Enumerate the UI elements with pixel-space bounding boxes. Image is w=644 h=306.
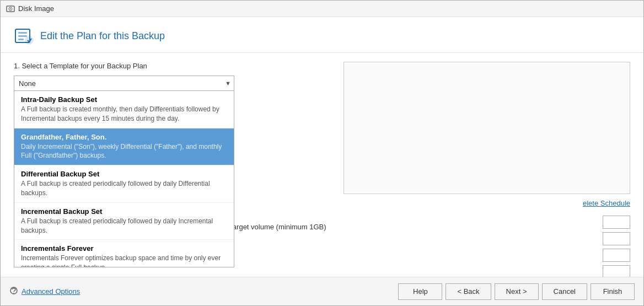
content-area: 1. Select a Template for your Backup Pla…: [1, 53, 643, 277]
svg-rect-4: [18, 32, 27, 34]
svg-rect-5: [18, 35, 27, 37]
page-title: Edit the Plan for this Backup: [40, 30, 165, 42]
dropdown-item-differential-title: Differential Backup Set: [21, 170, 227, 178]
schedule-dropdown-2[interactable]: [603, 232, 630, 245]
help-button[interactable]: Help: [398, 283, 442, 300]
dropdown-item-incrementals-forever[interactable]: Incrementals Forever Incrementals Foreve…: [14, 240, 234, 267]
advanced-options-link[interactable]: Advanced Options: [22, 287, 80, 296]
footer: Advanced Options Help < Back Next > Canc…: [1, 277, 643, 305]
disk-image-icon: [6, 4, 15, 13]
back-button[interactable]: < Back: [446, 283, 491, 300]
dropdown-item-intra-daily-title: Intra-Daily Backup Set: [21, 95, 227, 104]
main-window: Disk Image Edit the Plan for this Backup…: [0, 0, 644, 306]
cancel-button[interactable]: Cancel: [542, 283, 587, 300]
dropdown-item-grandfather[interactable]: Grandfather, Father, Son. Daily Incremen…: [14, 128, 234, 166]
dropdown-item-grandfather-desc: Daily Incremental ("Son"), weekly Differ…: [21, 142, 227, 161]
svg-point-7: [25, 36, 33, 44]
dropdown-item-differential[interactable]: Differential Backup Set A Full backup is…: [14, 165, 234, 203]
dropdown-item-incremental-desc: A Full backup is created periodically fo…: [21, 217, 227, 235]
next-button[interactable]: Next >: [495, 283, 539, 300]
title-bar: Disk Image: [1, 1, 643, 17]
schedule-dropdowns: [603, 216, 630, 277]
dropdown-item-incrementals-forever-title: Incrementals Forever: [21, 244, 227, 253]
svg-rect-6: [18, 39, 24, 40]
footer-buttons: Help < Back Next > Cancel Finish: [398, 283, 635, 300]
title-bar-text: Disk Image: [18, 4, 54, 13]
schedule-dropdown-3[interactable]: [603, 249, 630, 262]
dropdown-item-differential-desc: A Full backup is created periodically fo…: [21, 179, 227, 198]
main-content: Edit the Plan for this Backup 1. Select …: [1, 17, 643, 277]
template-dropdown-popup[interactable]: Intra-Daily Backup Set A Full backup is …: [14, 91, 234, 267]
dropdown-item-intra-daily[interactable]: Intra-Daily Backup Set A Full backup is …: [14, 91, 234, 128]
dropdown-item-grandfather-title: Grandfather, Father, Son.: [21, 133, 227, 141]
svg-point-9: [13, 293, 14, 294]
delete-schedule-link[interactable]: elete Schedule: [583, 199, 630, 207]
advanced-options-icon: [9, 286, 18, 297]
dropdown-item-incremental-title: Incremental Backup Set: [21, 207, 227, 216]
delete-schedule-label: elete Schedule: [583, 199, 630, 207]
footer-left: Advanced Options: [9, 286, 398, 297]
dropdown-item-intra-daily-desc: A Full backup is created monthly, then d…: [21, 105, 227, 124]
schedule-panel-inner: [344, 62, 630, 194]
dropdown-item-incrementals-forever-desc: Incrementals Forever optimizes backup sp…: [21, 254, 227, 267]
schedule-panel: [344, 62, 630, 194]
template-dropdown-container[interactable]: None ▼ Intra-Daily Backup Set A Full bac…: [14, 76, 234, 91]
page-header: Edit the Plan for this Backup: [1, 17, 643, 53]
dropdown-item-incremental[interactable]: Incremental Backup Set A Full backup is …: [14, 203, 234, 240]
template-dropdown[interactable]: None: [14, 76, 234, 91]
schedule-dropdown-1[interactable]: [603, 216, 630, 229]
finish-button[interactable]: Finish: [591, 283, 635, 300]
schedule-dropdown-4[interactable]: [603, 265, 630, 277]
header-icon: [14, 26, 34, 46]
svg-point-2: [10, 8, 11, 9]
